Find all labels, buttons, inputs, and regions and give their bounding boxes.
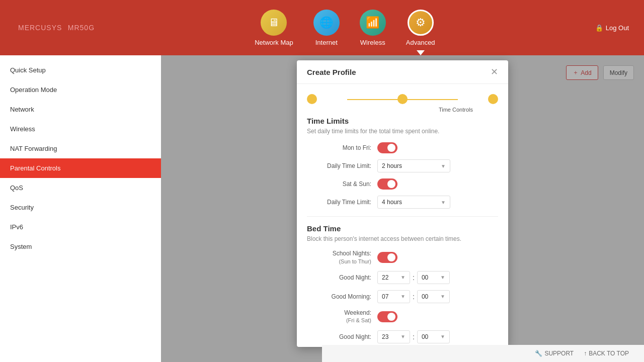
nav-item-advanced[interactable]: ⚙ Advanced xyxy=(406,10,435,46)
chevron-down-icon-5: ▼ xyxy=(400,294,406,299)
logout-icon: 🔒 xyxy=(595,24,603,32)
chevron-down-icon-7: ▼ xyxy=(400,334,406,339)
mon-fri-label: Mon to Fri: xyxy=(307,144,377,151)
school-good-morning-time: 07 ▼ : 00 ▼ xyxy=(377,290,450,303)
sidebar-label-operation-mode: Operation Mode xyxy=(10,86,57,94)
weekend-sublabel: (Fri & Sat) xyxy=(307,317,371,324)
logout-button[interactable]: 🔒 Log Out xyxy=(595,24,629,32)
school-good-night-time: 22 ▼ : 00 ▼ xyxy=(377,271,450,284)
time-colon-3: : xyxy=(413,333,415,341)
bed-time-title: Bed Time xyxy=(307,224,498,233)
mon-fri-limit-value: 2 hours xyxy=(382,162,402,169)
sat-sun-toggle[interactable] xyxy=(377,178,397,190)
step-dot-2 xyxy=(397,94,408,104)
mon-fri-toggle[interactable] xyxy=(377,142,397,153)
sidebar-label-network: Network xyxy=(10,106,34,113)
school-good-night-min-select[interactable]: 00 ▼ xyxy=(417,271,450,284)
step-dot-3 xyxy=(488,94,498,104)
weekend-good-night-min: 00 xyxy=(422,333,428,340)
sidebar-item-nat-forwarding[interactable]: NAT Forwarding xyxy=(0,139,161,158)
daily-limit-mon-fri-label: Daily Time Limit: xyxy=(307,162,377,169)
internet-icon: 🌐 xyxy=(313,10,340,36)
time-colon-1: : xyxy=(413,274,415,282)
main-content: Quick Setup Operation Mode Network Wirel… xyxy=(0,55,644,362)
sidebar-item-ipv6[interactable]: IPv6 xyxy=(0,217,161,237)
sidebar-item-operation-mode[interactable]: Operation Mode xyxy=(0,80,161,100)
sidebar-item-wireless[interactable]: Wireless xyxy=(0,119,161,139)
sidebar-label-parental-controls: Parental Controls xyxy=(10,164,60,172)
back-to-top-link[interactable]: ↑ BACK TO TOP xyxy=(584,350,629,357)
network-map-icon: 🖥 xyxy=(261,10,287,36)
nav-item-network-map[interactable]: 🖥 Network Map xyxy=(255,10,293,46)
sidebar-label-ipv6: IPv6 xyxy=(10,223,23,231)
sidebar-item-qos[interactable]: QoS xyxy=(0,178,161,198)
weekend-good-night-hour-select[interactable]: 23 ▼ xyxy=(377,330,410,343)
weekend-good-night-hour: 23 xyxy=(382,333,388,340)
nav-label-internet: Internet xyxy=(315,39,338,46)
school-good-morning-row: Good Morning: 07 ▼ : 00 ▼ xyxy=(307,290,498,303)
daily-limit-sat-sun-label: Daily Time Limit: xyxy=(307,199,377,206)
school-good-morning-hour-select[interactable]: 07 ▼ xyxy=(377,290,410,303)
mon-fri-slider xyxy=(377,142,397,153)
sat-sun-label: Sat & Sun: xyxy=(307,180,377,188)
weekend-good-night-time: 23 ▼ : 00 ▼ xyxy=(377,330,450,343)
school-good-morning-label: Good Morning: xyxy=(307,293,377,300)
support-link[interactable]: 🔧 SUPPORT xyxy=(535,350,574,357)
chevron-down-icon-4: ▼ xyxy=(440,275,445,280)
daily-limit-sat-sun-row: Daily Time Limit: 4 hours ▼ xyxy=(307,196,498,209)
weekend-good-night-min-select[interactable]: 00 ▼ xyxy=(417,330,450,343)
bed-time-desc: Block this person's internet access betw… xyxy=(307,235,498,242)
school-good-night-label: Good Night: xyxy=(307,274,377,281)
support-icon: 🔧 xyxy=(535,350,542,357)
sat-sun-limit-value: 4 hours xyxy=(382,199,402,206)
daily-limit-mon-fri-select[interactable]: 2 hours ▼ xyxy=(377,159,450,172)
arrow-up-icon: ↑ xyxy=(584,350,587,357)
sidebar-label-qos: QoS xyxy=(10,184,23,192)
nav-label-advanced: Advanced xyxy=(406,39,435,46)
school-nights-slider xyxy=(377,252,397,263)
bed-time-section: Bed Time Block this person's internet ac… xyxy=(307,224,498,347)
modal-title: Create Profile xyxy=(307,68,356,76)
modal-header: Create Profile ✕ xyxy=(297,60,508,84)
sat-sun-slider xyxy=(377,178,397,190)
school-nights-toggle[interactable] xyxy=(377,252,397,263)
brand-logo: MERCUSYS MR50G xyxy=(15,23,95,32)
chevron-down-icon-2: ▼ xyxy=(441,200,446,205)
chevron-down-icon-6: ▼ xyxy=(440,294,445,299)
school-nights-label: School Nights: xyxy=(307,250,371,258)
sidebar-item-network[interactable]: Network xyxy=(0,100,161,119)
school-good-morning-min-select[interactable]: 00 ▼ xyxy=(417,290,450,303)
sidebar-item-parental-controls[interactable]: Parental Controls xyxy=(0,158,161,178)
sidebar-item-system[interactable]: System xyxy=(0,237,161,256)
weekend-toggle[interactable] xyxy=(377,311,397,322)
nav-item-internet[interactable]: 🌐 Internet xyxy=(313,10,340,46)
sidebar-item-security[interactable]: Security xyxy=(0,198,161,217)
time-limits-desc: Set daily time limits for the total time… xyxy=(307,128,498,135)
advanced-icon: ⚙ xyxy=(408,10,434,36)
school-good-night-hour-select[interactable]: 22 ▼ xyxy=(377,271,410,284)
step-dot-1 xyxy=(307,94,317,104)
sidebar: Quick Setup Operation Mode Network Wirel… xyxy=(0,55,161,362)
sidebar-label-nat-forwarding: NAT Forwarding xyxy=(10,145,57,152)
main-nav: 🖥 Network Map 🌐 Internet 📶 Wireless ⚙ Ad… xyxy=(255,10,435,46)
nav-item-wireless[interactable]: 📶 Wireless xyxy=(360,10,386,46)
school-nights-sublabel: (Sun to Thur) xyxy=(307,258,371,265)
nav-label-wireless: Wireless xyxy=(360,39,385,46)
header: MERCUSYS MR50G 🖥 Network Map 🌐 Internet … xyxy=(0,0,644,55)
close-icon[interactable]: ✕ xyxy=(491,67,498,76)
mon-fri-row: Mon to Fri: xyxy=(307,142,498,153)
sidebar-item-quick-setup[interactable]: Quick Setup xyxy=(0,60,161,80)
weekend-label: Weekend: xyxy=(307,309,371,317)
content-area: ＋ Add Modify Create Profile ✕ xyxy=(161,55,644,362)
chevron-down-icon: ▼ xyxy=(441,163,446,169)
nav-label-network-map: Network Map xyxy=(255,39,293,46)
create-profile-modal: Create Profile ✕ Time Controls xyxy=(297,60,508,347)
brand-name: MERCUSYS xyxy=(18,24,62,32)
school-good-night-min: 00 xyxy=(422,274,428,281)
daily-limit-sat-sun-select[interactable]: 4 hours ▼ xyxy=(377,196,450,209)
school-good-morning-min: 00 xyxy=(422,293,428,300)
school-nights-label-group: School Nights: (Sun to Thur) xyxy=(307,250,377,265)
sidebar-label-quick-setup: Quick Setup xyxy=(10,66,46,74)
chevron-down-icon-3: ▼ xyxy=(400,275,406,280)
school-good-night-row: Good Night: 22 ▼ : 00 ▼ xyxy=(307,271,498,284)
